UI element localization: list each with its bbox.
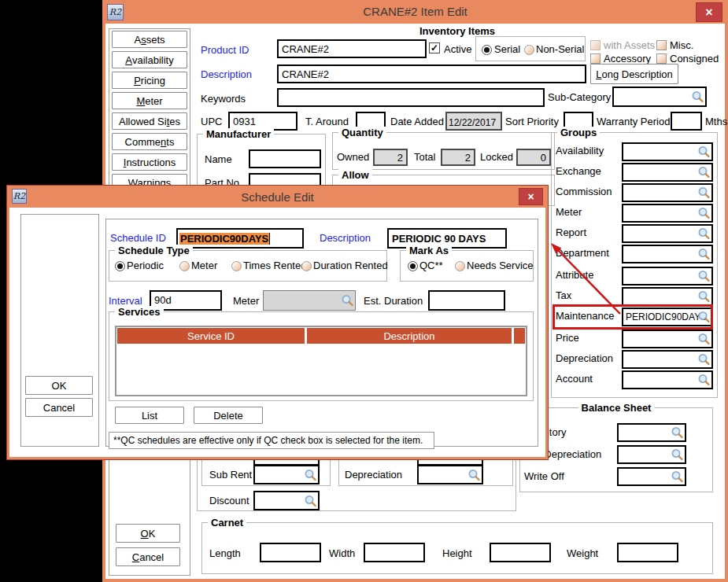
needs-service-radio[interactable]	[455, 261, 465, 271]
interval-label[interactable]: Interval	[109, 296, 142, 307]
services-title: Services	[115, 306, 164, 318]
schedule-id-selected-text: PERIODIC90DAYS	[179, 233, 270, 245]
qc-note: **QC schedules are effective only if QC …	[109, 432, 434, 449]
qc-label: QC**	[419, 260, 443, 271]
table-header-stub	[514, 328, 525, 344]
periodic-radio[interactable]	[115, 261, 125, 271]
est-duration-field[interactable]	[428, 290, 505, 311]
schedule-id-label[interactable]: Schedule ID	[110, 233, 166, 244]
schedule-type-title: Schedule Type	[115, 245, 193, 256]
duration-rented-radio[interactable]	[301, 261, 312, 271]
service-id-column-header: Service ID	[117, 328, 305, 344]
dialog-ok-button[interactable]: OK	[25, 376, 93, 395]
close-icon[interactable]: ×	[519, 188, 543, 205]
times-rented-label: Times Rented	[243, 260, 306, 271]
schedule-id-field[interactable]: PERIODIC90DAYS	[176, 228, 304, 249]
meter-type-radio[interactable]	[179, 261, 190, 271]
mark-as-title: Mark As	[406, 245, 452, 256]
meter-field	[263, 290, 356, 311]
duration-rented-label: Duration Rented	[313, 260, 388, 271]
meter-label: Meter	[233, 296, 259, 307]
dialog-title: Schedule Edit	[6, 190, 549, 204]
qc-radio[interactable]	[408, 261, 418, 271]
times-rented-radio[interactable]	[231, 261, 242, 271]
periodic-label: Periodic	[127, 260, 164, 271]
delete-button[interactable]: Delete	[194, 407, 263, 424]
desktop: R2 CRANE#2 Item Edit × Assets Availabili…	[0, 0, 728, 582]
schedule-description-label[interactable]: Description	[320, 233, 371, 244]
list-button[interactable]: List	[115, 407, 184, 424]
description-column-header: Description	[307, 328, 512, 344]
needs-service-label: Needs Service	[467, 260, 534, 271]
meter-type-label: Meter	[191, 260, 217, 271]
search-icon[interactable]	[341, 294, 354, 308]
est-duration-label: Est. Duration	[364, 296, 423, 307]
dialog-cancel-button[interactable]: Cancel	[25, 398, 93, 417]
